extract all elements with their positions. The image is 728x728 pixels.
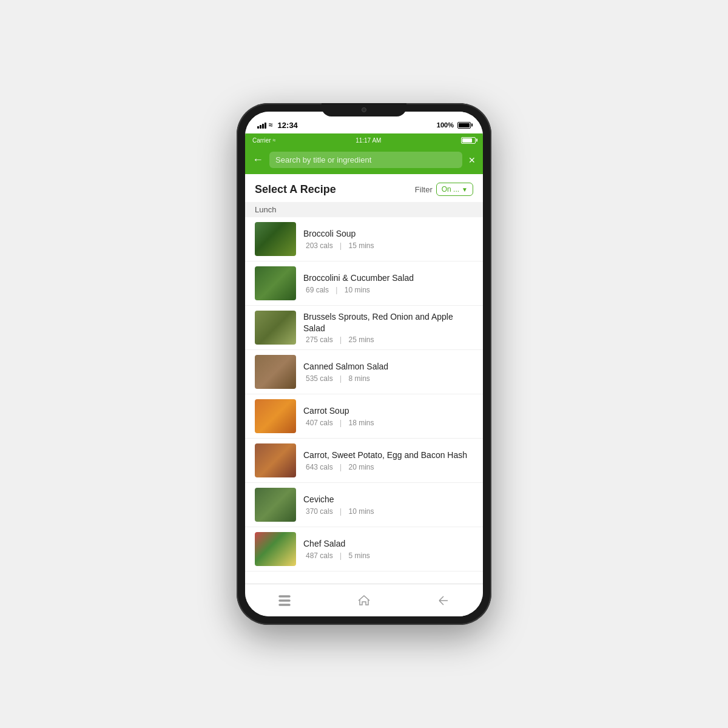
recipe-cals: 370 cals bbox=[306, 507, 333, 516]
recipe-cals: 69 cals bbox=[306, 286, 329, 294]
camera bbox=[362, 107, 366, 112]
app-status-bar: Carrier ≈ 11:17 AM bbox=[245, 133, 483, 147]
bottom-nav bbox=[245, 584, 483, 616]
recipe-time: 8 mins bbox=[349, 374, 370, 383]
meta-divider: | bbox=[338, 419, 344, 427]
app-time: 11:17 AM bbox=[356, 137, 381, 144]
recipe-cals: 487 cals bbox=[306, 551, 333, 560]
back-button[interactable]: ← bbox=[252, 153, 263, 166]
recipe-meta: 487 cals | 5 mins bbox=[303, 551, 473, 560]
page-header: Select A Recipe Filter On ... ▼ bbox=[245, 174, 483, 202]
recipe-thumbnail bbox=[255, 443, 296, 477]
page-title: Select A Recipe bbox=[255, 183, 336, 196]
recipe-time: 15 mins bbox=[349, 241, 374, 250]
filter-area: Filter On ... ▼ bbox=[415, 183, 473, 196]
nav-back-button[interactable] bbox=[433, 590, 454, 612]
recipe-item[interactable]: Chef Salad487 cals | 5 mins bbox=[245, 527, 483, 571]
meta-divider: | bbox=[338, 551, 344, 560]
recipe-item[interactable]: Carrot, Sweet Potato, Egg and Bacon Hash… bbox=[245, 439, 483, 483]
recipe-info: Carrot Soup407 cals | 18 mins bbox=[303, 405, 473, 426]
clear-search-button[interactable]: ✕ bbox=[468, 155, 476, 165]
search-bar: ← Search by title or ingredient ✕ bbox=[245, 147, 483, 174]
recipe-thumbnail bbox=[255, 488, 296, 522]
recipe-name: Chef Salad bbox=[303, 538, 473, 549]
battery-percent: 100% bbox=[437, 121, 454, 129]
recipe-time: 18 mins bbox=[349, 419, 374, 427]
recipe-cals: 275 cals bbox=[306, 335, 333, 344]
recipe-info: Broccoli Soup203 cals | 15 mins bbox=[303, 228, 473, 249]
recipe-info: Ceviche370 cals | 10 mins bbox=[303, 494, 473, 515]
recipe-thumbnail bbox=[255, 532, 296, 566]
recipe-cals: 535 cals bbox=[306, 374, 333, 383]
recipe-meta: 643 cals | 20 mins bbox=[303, 463, 473, 471]
recipe-item[interactable]: Broccolini & Cucumber Salad69 cals | 10 … bbox=[245, 261, 483, 306]
recipe-thumbnail bbox=[255, 222, 296, 256]
recipe-meta: 535 cals | 8 mins bbox=[303, 374, 473, 383]
recipe-name: Broccolini & Cucumber Salad bbox=[303, 272, 473, 283]
phone-frame: ≈ 12:34 100% Carrier ≈ 11:17 AM bbox=[237, 103, 491, 625]
filter-label: Filter bbox=[415, 185, 433, 194]
battery-icon bbox=[457, 122, 471, 129]
recipe-meta: 407 cals | 18 mins bbox=[303, 419, 473, 427]
meta-divider: | bbox=[338, 335, 344, 344]
app-battery bbox=[461, 137, 476, 144]
recipe-list: Broccoli Soup203 cals | 15 minsBroccolin… bbox=[245, 217, 483, 571]
os-status-right: 100% bbox=[437, 121, 471, 129]
recipe-time: 5 mins bbox=[349, 551, 370, 560]
recipe-cals: 203 cals bbox=[306, 241, 333, 250]
recipe-meta: 370 cals | 10 mins bbox=[303, 507, 473, 516]
recipe-info: Brussels Sprouts, Red Onion and Apple Sa… bbox=[303, 311, 473, 343]
recipe-name: Broccoli Soup bbox=[303, 228, 473, 239]
phone-screen: ≈ 12:34 100% Carrier ≈ 11:17 AM bbox=[245, 112, 483, 616]
content-area: Select A Recipe Filter On ... ▼ Lunch Br… bbox=[245, 174, 483, 584]
meta-divider: | bbox=[338, 241, 344, 250]
search-field[interactable]: Search by title or ingredient bbox=[269, 152, 462, 168]
svg-rect-2 bbox=[279, 604, 290, 605]
recipe-item[interactable]: Canned Salmon Salad535 cals | 8 mins bbox=[245, 350, 483, 394]
recipe-cals: 643 cals bbox=[306, 463, 333, 471]
recipe-name: Carrot Soup bbox=[303, 405, 473, 416]
nav-home-button[interactable] bbox=[353, 590, 375, 612]
recipe-item[interactable]: Broccoli Soup203 cals | 15 mins bbox=[245, 217, 483, 261]
recipe-meta: 203 cals | 15 mins bbox=[303, 241, 473, 250]
filter-value: On ... bbox=[442, 185, 459, 194]
nav-menu-button[interactable] bbox=[274, 590, 295, 612]
filter-button[interactable]: On ... ▼ bbox=[436, 183, 473, 196]
search-placeholder: Search by title or ingredient bbox=[275, 155, 456, 164]
signal-icon bbox=[257, 121, 266, 129]
meta-divider: | bbox=[334, 286, 340, 294]
section-header-lunch: Lunch bbox=[245, 202, 483, 217]
chevron-down-icon: ▼ bbox=[462, 186, 468, 193]
recipe-item[interactable]: Brussels Sprouts, Red Onion and Apple Sa… bbox=[245, 306, 483, 350]
recipe-thumbnail bbox=[255, 311, 296, 345]
recipe-name: Brussels Sprouts, Red Onion and Apple Sa… bbox=[303, 311, 473, 333]
recipe-time: 25 mins bbox=[349, 335, 374, 344]
meta-divider: | bbox=[338, 507, 344, 516]
recipe-name: Ceviche bbox=[303, 494, 473, 505]
carrier-wifi-icon: ≈ bbox=[273, 137, 276, 143]
recipe-meta: 69 cals | 10 mins bbox=[303, 286, 473, 294]
meta-divider: | bbox=[338, 374, 344, 383]
carrier-label: Carrier ≈ bbox=[252, 137, 276, 144]
recipe-info: Broccolini & Cucumber Salad69 cals | 10 … bbox=[303, 272, 473, 294]
os-status-left: ≈ 12:34 bbox=[257, 121, 298, 130]
notch bbox=[322, 103, 406, 116]
wifi-icon: ≈ bbox=[269, 121, 273, 129]
recipe-time: 10 mins bbox=[345, 286, 370, 294]
svg-rect-1 bbox=[279, 600, 290, 601]
recipe-time: 10 mins bbox=[349, 507, 374, 516]
recipe-item[interactable]: Carrot Soup407 cals | 18 mins bbox=[245, 394, 483, 439]
recipe-info: Canned Salmon Salad535 cals | 8 mins bbox=[303, 361, 473, 382]
svg-rect-0 bbox=[279, 596, 290, 597]
recipe-item[interactable]: Ceviche370 cals | 10 mins bbox=[245, 483, 483, 527]
meta-divider: | bbox=[338, 463, 344, 471]
recipe-thumbnail bbox=[255, 266, 296, 300]
recipe-info: Chef Salad487 cals | 5 mins bbox=[303, 538, 473, 559]
recipe-name: Carrot, Sweet Potato, Egg and Bacon Hash bbox=[303, 450, 473, 460]
recipe-name: Canned Salmon Salad bbox=[303, 361, 473, 372]
recipe-meta: 275 cals | 25 mins bbox=[303, 335, 473, 344]
recipe-cals: 407 cals bbox=[306, 419, 333, 427]
recipe-info: Carrot, Sweet Potato, Egg and Bacon Hash… bbox=[303, 450, 473, 471]
os-time: 12:34 bbox=[278, 121, 298, 130]
recipe-thumbnail bbox=[255, 355, 296, 389]
